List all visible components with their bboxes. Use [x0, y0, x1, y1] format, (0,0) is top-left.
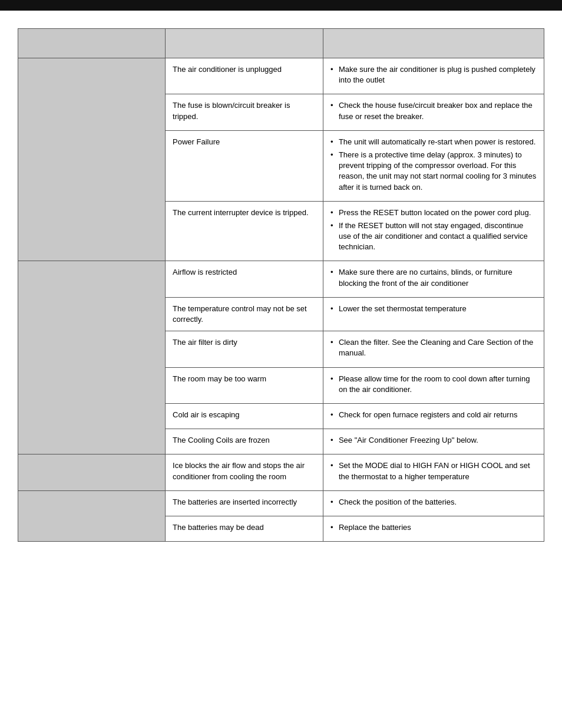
cause-cell: Power Failure	[166, 130, 323, 201]
solution-item: Press the RESET button located on the po…	[330, 207, 537, 218]
header-solution	[323, 29, 544, 58]
cause-cell: Cold air is escaping	[166, 403, 323, 429]
solution-cell: See "Air Conditioner Freezing Up" below.	[323, 429, 544, 454]
cause-cell: The batteries may be dead	[166, 516, 323, 541]
top-bar	[0, 0, 562, 11]
cause-cell: The air filter is dirty	[166, 331, 323, 367]
solution-item: If the RESET button will not stay engage…	[330, 220, 537, 253]
troubleshooting-table: The air conditioner is unpluggedMake sur…	[18, 28, 544, 542]
cause-cell: The room may be too warm	[166, 367, 323, 403]
solution-cell: Clean the filter. See the Cleaning and C…	[323, 331, 544, 367]
header-cause	[166, 29, 323, 58]
solution-cell: Check for open furnace registers and col…	[323, 403, 544, 429]
solution-item: See "Air Conditioner Freezing Up" below.	[330, 435, 537, 446]
solution-cell: Replace the batteries	[323, 516, 544, 541]
page-content: The air conditioner is unpluggedMake sur…	[0, 11, 562, 559]
group-cell-1	[18, 261, 166, 454]
cause-cell: The fuse is blown/circuit breaker is tri…	[166, 94, 323, 130]
solution-item: Lower the set thermostat temperature	[330, 304, 537, 314]
group-cell-2	[18, 454, 166, 490]
solution-item: Clean the filter. See the Cleaning and C…	[330, 337, 537, 358]
solution-cell: Make sure the air conditioner is plug is…	[323, 58, 544, 94]
solution-item: There is a protective time delay (approx…	[330, 150, 537, 193]
cause-cell: Airflow is restricted	[166, 261, 323, 297]
cause-cell: The air conditioner is unplugged	[166, 58, 323, 94]
cause-cell: The current interrupter device is trippe…	[166, 201, 323, 261]
solution-item: Set the MODE dial to HIGH FAN or HIGH CO…	[330, 460, 537, 482]
header-problem	[18, 29, 166, 58]
solution-cell: Lower the set thermostat temperature	[323, 297, 544, 331]
cause-cell: The temperature control may not be set c…	[166, 297, 323, 331]
solution-item: Check the position of the batteries.	[330, 497, 537, 508]
cause-cell: The batteries are inserted incorrectly	[166, 490, 323, 516]
solution-item: Make sure the air conditioner is plug is…	[330, 64, 537, 85]
solution-cell: Set the MODE dial to HIGH FAN or HIGH CO…	[323, 454, 544, 490]
solution-cell: Press the RESET button located on the po…	[323, 201, 544, 261]
solution-item: Make sure there are no curtains, blinds,…	[330, 267, 537, 288]
solution-cell: Check the position of the batteries.	[323, 490, 544, 516]
solution-item: The unit will automatically re-start whe…	[330, 137, 537, 147]
cause-cell: Ice blocks the air flow and stops the ai…	[166, 454, 323, 490]
cause-cell: The Cooling Coils are frozen	[166, 429, 323, 454]
solution-item: Check the house fuse/circuit breaker box…	[330, 100, 537, 121]
solution-cell: Please allow time for the room to cool d…	[323, 367, 544, 403]
group-cell-0	[18, 58, 166, 261]
solution-cell: The unit will automatically re-start whe…	[323, 130, 544, 201]
solution-item: Please allow time for the room to cool d…	[330, 374, 537, 395]
solution-item: Check for open furnace registers and col…	[330, 410, 537, 420]
solution-cell: Check the house fuse/circuit breaker box…	[323, 94, 544, 130]
group-cell-3	[18, 490, 166, 541]
solution-item: Replace the batteries	[330, 522, 537, 533]
solution-cell: Make sure there are no curtains, blinds,…	[323, 261, 544, 297]
